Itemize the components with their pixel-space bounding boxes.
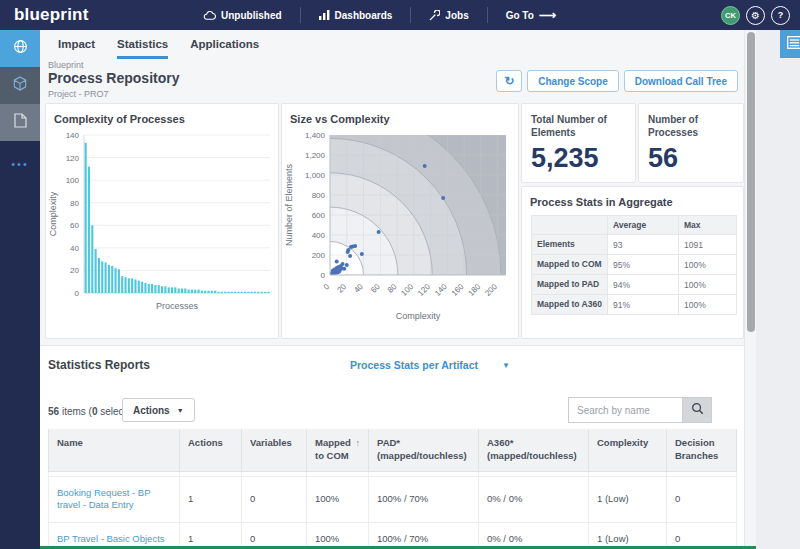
svg-text:80: 80 — [386, 282, 399, 295]
nav-item-dashboards[interactable]: Dashboards — [300, 7, 411, 23]
svg-text:800: 800 — [312, 191, 326, 200]
table-row: Elements 93 1091 — [532, 235, 737, 255]
processes-value: 56 — [639, 141, 743, 174]
svg-text:1,400: 1,400 — [305, 131, 326, 140]
cube-icon — [13, 76, 27, 95]
svg-text:1,000: 1,000 — [305, 171, 326, 180]
tab-applications[interactable]: Applications — [190, 38, 259, 59]
table-row: Booking Request - BP travel - Data Entry… — [49, 476, 737, 523]
aggregate-title: Process Stats in Aggregate — [522, 187, 743, 210]
help-button[interactable]: ? — [771, 6, 790, 25]
search-input[interactable] — [568, 397, 682, 423]
svg-text:200: 200 — [312, 251, 326, 260]
chart-title: Size vs Complexity — [282, 104, 518, 127]
nav-item-jobs[interactable]: Jobs — [410, 7, 486, 23]
svg-text:0: 0 — [322, 282, 332, 292]
page-tabs: Impact Statistics Applications — [58, 38, 259, 59]
sidebar-item-explorer[interactable] — [0, 30, 40, 67]
header-actions: ↻ Change Scope Download Call Tree — [496, 70, 738, 92]
svg-text:0: 0 — [75, 289, 80, 298]
aggregate-table: Average Max Elements 93 1091 Mapped to C… — [531, 215, 737, 315]
svg-text:100: 100 — [66, 176, 80, 185]
svg-text:180: 180 — [466, 282, 482, 298]
chart-title: Complexity of Processes — [46, 104, 278, 127]
number-of-processes-card: Number of Processes 56 — [638, 103, 744, 183]
reports-table: Name Actions Variables ↑Mapped to COM PA… — [48, 429, 737, 549]
sidebar-item-packages[interactable] — [0, 67, 40, 104]
avatar[interactable]: CK — [721, 6, 740, 25]
chevron-down-icon: ▼ — [502, 361, 510, 370]
download-call-tree-button[interactable]: Download Call Tree — [624, 70, 738, 92]
process-stats-aggregate-card: Process Stats in Aggregate Average Max E… — [521, 186, 744, 339]
table-header-row: Name Actions Variables ↑Mapped to COM PA… — [49, 429, 737, 471]
arrow-right-icon: ⟶ — [539, 8, 556, 22]
svg-text:Complexity: Complexity — [396, 311, 441, 321]
page-title: Process Repository — [48, 70, 180, 86]
statistics-reports-section: Statistics Reports Process Stats per Art… — [40, 345, 744, 549]
total-elements-card: Total Number of Elements 5,235 — [521, 103, 636, 183]
size-vs-complexity-scatter-chart: 02004006008001,0001,2001,400020406080100… — [282, 127, 518, 337]
column-header-a360[interactable]: A360* (mapped/touchless) — [479, 429, 589, 471]
process-link[interactable]: BP Travel - Basic Objects — [57, 533, 165, 544]
tab-statistics[interactable]: Statistics — [117, 38, 168, 59]
column-header-mapped-to-com[interactable]: ↑Mapped to COM — [307, 429, 369, 471]
svg-text:160: 160 — [450, 282, 466, 298]
globe-icon — [13, 39, 28, 58]
ellipsis-icon: ••• — [11, 158, 29, 170]
nav-item-unpublished[interactable]: Unpublished — [185, 7, 300, 23]
scrollbar-thumb[interactable] — [747, 32, 755, 332]
sort-ascending-icon: ↑ — [356, 437, 361, 449]
svg-text:60: 60 — [369, 282, 382, 295]
svg-text:80: 80 — [70, 199, 79, 208]
app-window: blueprint Unpublished Dashboards Jobs — [0, 0, 800, 549]
sidebar-item-documents[interactable] — [0, 104, 40, 141]
column-header-decision-branches[interactable]: Decision Branches — [667, 429, 737, 471]
search-button[interactable] — [682, 397, 712, 423]
svg-text:1,200: 1,200 — [305, 151, 326, 160]
refresh-button[interactable]: ↻ — [496, 70, 522, 92]
column-header-complexity[interactable]: Complexity — [589, 429, 667, 471]
list-panel-icon — [787, 35, 800, 53]
svg-text:60: 60 — [70, 221, 79, 230]
process-link[interactable]: Booking Request - BP travel - Data Entry — [57, 487, 150, 511]
svg-text:140: 140 — [66, 131, 80, 140]
report-type-dropdown[interactable]: Process Stats per Artifact ▼ — [350, 359, 510, 371]
table-row: Mapped to PAD 94% 100% — [532, 275, 737, 295]
sidebar-item-more[interactable]: ••• — [0, 149, 40, 179]
chevron-down-icon: ▼ — [177, 407, 184, 414]
wrench-icon — [429, 10, 440, 21]
column-header-variables[interactable]: Variables — [242, 429, 307, 471]
svg-text:20: 20 — [336, 282, 349, 295]
refresh-icon: ↻ — [504, 74, 514, 88]
tab-impact[interactable]: Impact — [58, 38, 95, 59]
settings-button[interactable]: ⚙ — [746, 6, 765, 25]
stat-label: Total Number of Elements — [522, 104, 635, 141]
size-vs-complexity-card: Size vs Complexity 02004006008001,0001,2… — [281, 103, 519, 339]
column-header-pad[interactable]: PAD* (mapped/touchless) — [369, 429, 479, 471]
change-scope-button[interactable]: Change Scope — [527, 70, 618, 92]
bar-chart-icon — [319, 10, 330, 20]
nav-item-go-to[interactable]: Go To ⟶ — [487, 7, 574, 23]
svg-text:Number of Elements: Number of Elements — [284, 163, 294, 246]
complexity-chart-card: Complexity of Processes 0204060801001201… — [45, 103, 279, 339]
table-header-row: Average Max — [532, 216, 737, 235]
svg-text:0: 0 — [321, 271, 326, 280]
gear-icon: ⚙ — [751, 10, 760, 21]
table-row: Mapped to COM 95% 100% — [532, 255, 737, 275]
panel-toggle-button[interactable] — [780, 30, 800, 58]
svg-text:400: 400 — [312, 231, 326, 240]
document-icon — [14, 113, 27, 132]
navbar-right: CK ⚙ ? — [721, 0, 790, 30]
svg-text:Processes: Processes — [156, 301, 199, 311]
blueprint-logo: blueprint — [14, 5, 89, 25]
svg-text:20: 20 — [70, 266, 79, 275]
column-header-actions[interactable]: Actions — [180, 429, 242, 471]
column-header-name[interactable]: Name — [49, 429, 180, 471]
table-row: Mapped to A360 91% 100% — [532, 295, 737, 315]
svg-text:40: 40 — [352, 282, 365, 295]
svg-text:40: 40 — [70, 244, 79, 253]
complexity-bar-chart: 020406080100120140ProcessesComplexity — [46, 127, 278, 337]
svg-text:140: 140 — [433, 282, 449, 298]
navbar-menu: Unpublished Dashboards Jobs Go To ⟶ — [185, 0, 574, 30]
actions-button[interactable]: Actions ▼ — [122, 398, 195, 422]
